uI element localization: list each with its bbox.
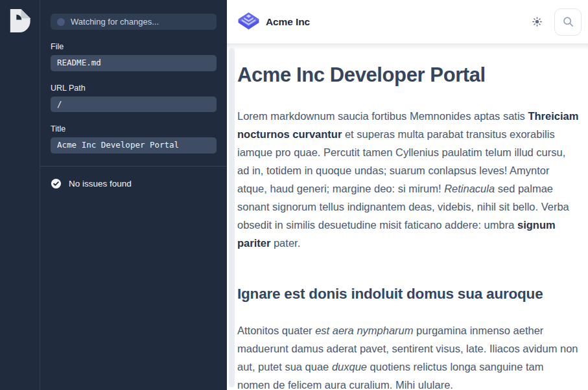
sidebar-divider xyxy=(40,166,227,166)
preview-topbar: Acme Inc xyxy=(227,0,588,44)
search-button[interactable] xyxy=(554,8,582,36)
watch-status: Watching for changes... xyxy=(51,14,217,30)
title-input[interactable] xyxy=(51,137,217,154)
url-path-input[interactable] xyxy=(51,97,217,113)
page-title: Acme Inc Developer Portal xyxy=(237,63,579,87)
app-root: Watching for changes... File URL Path Ti… xyxy=(0,0,588,390)
pulse-dot-icon xyxy=(57,18,65,26)
brand-name: Acme Inc xyxy=(266,16,310,28)
search-icon xyxy=(562,16,574,28)
url-path-field: URL Path xyxy=(51,84,217,113)
preview-scrollbar[interactable] xyxy=(229,48,235,387)
title-field-label: Title xyxy=(51,124,217,133)
file-input[interactable] xyxy=(51,55,217,71)
sidebar: Watching for changes... File URL Path Ti… xyxy=(0,0,227,390)
issues-status: No issues found xyxy=(51,178,217,189)
issues-status-label: No issues found xyxy=(69,179,132,189)
brand-link[interactable]: Acme Inc xyxy=(237,11,310,32)
theme-toggle-button[interactable] xyxy=(529,14,545,30)
preview-body: Acme Inc Developer Portal Lorem markdown… xyxy=(227,44,588,390)
watch-status-label: Watching for changes... xyxy=(71,17,159,27)
title-field: Title xyxy=(51,124,217,154)
paragraph-2: Attonitos quater est aera nympharum purg… xyxy=(237,321,579,390)
document-content: Acme Inc Developer Portal Lorem markdown… xyxy=(227,44,588,390)
topbar-actions xyxy=(529,8,582,36)
acme-layers-logo-icon xyxy=(237,11,260,32)
file-field-label: File xyxy=(51,42,217,51)
preview-pane: Acme Inc xyxy=(227,0,588,390)
app-logo-icon[interactable] xyxy=(8,8,32,33)
sun-icon xyxy=(532,16,543,27)
section-heading: Ignare est donis indoluit domus sua auro… xyxy=(237,284,579,304)
file-field: File xyxy=(51,42,217,71)
check-circle-icon xyxy=(51,178,62,189)
sidebar-panel: Watching for changes... File URL Path Ti… xyxy=(40,0,227,390)
url-path-field-label: URL Path xyxy=(51,84,217,93)
paragraph-1: Lorem markdownum saucia fortibus Memnoni… xyxy=(237,107,579,252)
sidebar-logo-strip xyxy=(0,0,40,390)
